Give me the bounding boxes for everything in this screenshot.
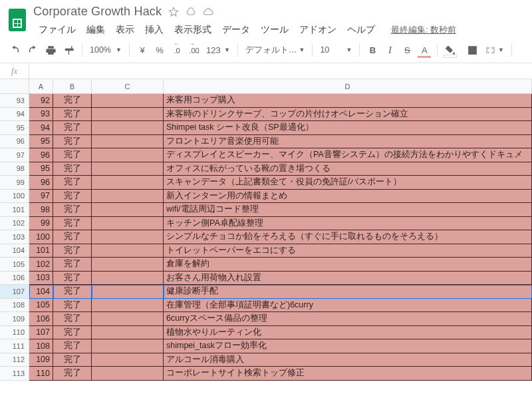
cell-C[interactable]: [92, 121, 164, 135]
cell-C[interactable]: [92, 285, 164, 299]
menu-addons[interactable]: アドオン: [294, 21, 342, 39]
row-header[interactable]: 99: [0, 176, 29, 190]
row-header[interactable]: 105: [0, 258, 29, 272]
cell-D[interactable]: 来客用コップ購入: [164, 94, 532, 108]
cell-B[interactable]: 完了: [53, 258, 92, 272]
cell-B[interactable]: 完了: [53, 203, 92, 217]
menu-edit[interactable]: 編集: [81, 21, 110, 39]
row-header[interactable]: 93: [0, 94, 29, 108]
cell-B[interactable]: 完了: [53, 353, 92, 367]
cell-C[interactable]: [92, 108, 164, 122]
undo-button[interactable]: [7, 41, 23, 59]
menu-view[interactable]: 表示: [110, 21, 140, 39]
italic-button[interactable]: I: [382, 41, 398, 59]
menu-insert[interactable]: 挿入: [140, 21, 169, 39]
cell-D[interactable]: Shimpei task シート改良（SP最適化）: [164, 121, 532, 135]
cell-D[interactable]: 来客時のドリンクサーブ、コップの片付けオペレーション確立: [164, 108, 532, 122]
cell-C[interactable]: [92, 230, 164, 244]
row-header[interactable]: 106: [0, 272, 29, 286]
cell-D[interactable]: 植物水やりルーティン化: [164, 326, 532, 340]
row-header[interactable]: 103: [0, 230, 29, 244]
col-header-C[interactable]: C: [92, 79, 164, 93]
cell-B[interactable]: 完了: [53, 299, 92, 313]
menu-help[interactable]: ヘルプ: [342, 21, 380, 39]
cell-D[interactable]: キッチン側PA卓配線整理: [164, 217, 532, 231]
cloud-status-icon[interactable]: [203, 7, 213, 17]
cell-D[interactable]: お客さん用荷物入れ設置: [164, 272, 532, 286]
row-header[interactable]: 109: [0, 312, 29, 326]
strikethrough-button[interactable]: S: [399, 41, 415, 59]
cell-A[interactable]: 97: [29, 190, 53, 204]
row-header[interactable]: 111: [0, 339, 29, 353]
cell-C[interactable]: [92, 244, 164, 258]
decrease-decimal-button[interactable]: .0←: [169, 41, 185, 59]
cell-D[interactable]: アルコール消毒購入: [164, 353, 532, 367]
cell-A[interactable]: 105: [29, 299, 53, 313]
move-to-drive-icon[interactable]: [186, 7, 196, 17]
cell-A[interactable]: 102: [29, 258, 53, 272]
cell-A[interactable]: 98: [29, 203, 53, 217]
cell-C[interactable]: [92, 326, 164, 340]
table-row[interactable]: 9796完了ディスプレイとスピーカー、マイク（PA音響システム）の接続方法をわか…: [0, 148, 532, 162]
table-row[interactable]: 103100完了シンプルなチョコか飴をそろえる（すぐに手に取れるものをそろえる）: [0, 230, 532, 244]
cell-D[interactable]: 6curryスペース備品の整理: [164, 312, 532, 326]
cell-D[interactable]: シンプルなチョコか飴をそろえる（すぐに手に取れるものをそろえる）: [164, 230, 532, 244]
table-row[interactable]: 9493完了来客時のドリンクサーブ、コップの片付けオペレーション確立: [0, 108, 532, 122]
paint-format-button[interactable]: [61, 41, 77, 59]
row-header[interactable]: 94: [0, 108, 29, 122]
cell-B[interactable]: 完了: [53, 121, 92, 135]
table-row[interactable]: 10299完了キッチン側PA卓配線整理: [0, 217, 532, 231]
cell-C[interactable]: [92, 94, 164, 108]
number-format-dropdown[interactable]: 123▼: [203, 41, 233, 59]
cell-B[interactable]: 完了: [53, 339, 92, 353]
cell-C[interactable]: [92, 272, 164, 286]
cell-A[interactable]: 108: [29, 339, 53, 353]
cell-A[interactable]: 93: [29, 108, 53, 122]
currency-button[interactable]: ¥: [134, 41, 150, 59]
cell-C[interactable]: [92, 367, 164, 381]
cell-D[interactable]: スキャンデータ（上記書類全て・役員の免許証/パスポート）: [164, 176, 532, 190]
cell-C[interactable]: [92, 162, 164, 176]
cell-A[interactable]: 95: [29, 162, 53, 176]
cell-D[interactable]: 在庫管理（全部事項証明書など)6curry: [164, 299, 532, 313]
cell-C[interactable]: [92, 339, 164, 353]
col-header-D[interactable]: D: [164, 79, 532, 93]
cell-A[interactable]: 96: [29, 176, 53, 190]
table-row[interactable]: 9996完了スキャンデータ（上記書類全て・役員の免許証/パスポート）: [0, 176, 532, 190]
cell-C[interactable]: [92, 353, 164, 367]
cell-C[interactable]: [92, 258, 164, 272]
table-row[interactable]: 105102完了倉庫を解約: [0, 258, 532, 272]
cell-D[interactable]: 倉庫を解約: [164, 258, 532, 272]
table-row[interactable]: 109106完了6curryスペース備品の整理: [0, 312, 532, 326]
table-row[interactable]: 9695完了フロントエリア音楽使用可能: [0, 135, 532, 149]
cell-D[interactable]: トイレットペーパーをエコにする: [164, 244, 532, 258]
cell-A[interactable]: 103: [29, 272, 53, 286]
cell-C[interactable]: [92, 176, 164, 190]
cell-B[interactable]: 完了: [53, 135, 92, 149]
row-header[interactable]: 97: [0, 148, 29, 162]
row-header[interactable]: 107: [0, 285, 29, 299]
table-row[interactable]: 107104完了健康診断手配: [0, 285, 532, 299]
merge-cells-button[interactable]: ▼: [482, 41, 507, 59]
table-row[interactable]: 10198完了wifi/電話周辺コード整理: [0, 203, 532, 217]
table-row[interactable]: 108105完了在庫管理（全部事項証明書など)6curry: [0, 299, 532, 313]
row-header[interactable]: 95: [0, 121, 29, 135]
print-button[interactable]: [43, 41, 59, 59]
row-header[interactable]: 108: [0, 299, 29, 313]
cell-B[interactable]: 完了: [53, 244, 92, 258]
text-color-button[interactable]: A: [416, 41, 432, 59]
cell-B[interactable]: 完了: [53, 285, 92, 299]
cell-B[interactable]: 完了: [53, 94, 92, 108]
cell-A[interactable]: 109: [29, 353, 53, 367]
increase-decimal-button[interactable]: .00→: [186, 41, 202, 59]
row-header[interactable]: 96: [0, 135, 29, 149]
menu-data[interactable]: データ: [217, 21, 255, 39]
percent-button[interactable]: %: [152, 41, 168, 59]
bold-button[interactable]: B: [364, 41, 380, 59]
cell-B[interactable]: 完了: [53, 148, 92, 162]
table-row[interactable]: 104101完了トイレットペーパーをエコにする: [0, 244, 532, 258]
table-row[interactable]: 112109完了アルコール消毒購入: [0, 353, 532, 367]
document-title[interactable]: Corporate Growth Hack: [33, 5, 162, 19]
select-all-corner[interactable]: [0, 79, 29, 93]
cell-D[interactable]: ディスプレイとスピーカー、マイク（PA音響システム）の接続方法をわかりやすくドキ…: [164, 148, 532, 162]
